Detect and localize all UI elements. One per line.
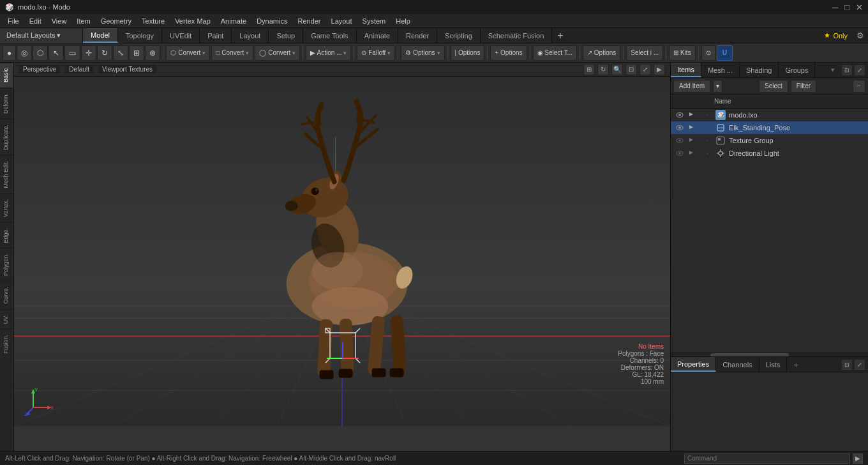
- mesh-tab[interactable]: Mesh ...: [701, 63, 740, 77]
- select-button[interactable]: Select: [759, 80, 788, 93]
- eye-icon-light[interactable]: [673, 149, 686, 158]
- command-go-button[interactable]: ▶: [853, 454, 863, 464]
- command-input[interactable]: [684, 454, 850, 464]
- prop-expand-btn-2[interactable]: ⤢: [854, 359, 865, 370]
- vp-ctrl-grid[interactable]: ⊞: [583, 64, 595, 75]
- add-item-dropdown[interactable]: ▾: [713, 80, 722, 93]
- tab-paint[interactable]: Paint: [200, 28, 232, 43]
- sidebar-tab-edge[interactable]: Edge.: [0, 222, 13, 248]
- viewport-default-label[interactable]: Default: [65, 65, 93, 73]
- options-btn-2[interactable]: | Options: [451, 45, 485, 61]
- sidebar-tab-basic[interactable]: Basic: [0, 63, 13, 88]
- tool-select-vertex[interactable]: ●: [3, 45, 16, 61]
- sidebar-tab-curve[interactable]: Curve.: [0, 281, 13, 309]
- select-i-btn[interactable]: Select i ...: [626, 45, 663, 61]
- add-prop-tab-button[interactable]: +: [789, 360, 802, 370]
- tool-scale[interactable]: ⤡: [113, 45, 128, 61]
- eye-icon-elk[interactable]: [673, 123, 686, 132]
- menu-geometry[interactable]: Geometry: [96, 16, 137, 26]
- viewport-perspective-label[interactable]: Perspective: [19, 65, 60, 73]
- eye-icon-texture[interactable]: [673, 136, 686, 145]
- menu-layout[interactable]: Layout: [326, 16, 357, 26]
- menu-item[interactable]: Item: [71, 16, 95, 26]
- tab-model[interactable]: Model: [83, 28, 118, 43]
- add-item-button[interactable]: Add Item: [673, 80, 710, 93]
- tab-render[interactable]: Render: [398, 28, 437, 43]
- tree-item-root[interactable]: · 🎲 modo.lxo: [671, 109, 868, 121]
- tool-box[interactable]: ▭: [64, 45, 80, 61]
- falloff-btn[interactable]: ⊙ Falloff ▾: [357, 45, 395, 61]
- tool-select-edge[interactable]: ◎: [17, 45, 32, 61]
- panel-tab-arrow[interactable]: ▾: [827, 66, 839, 74]
- titlebar-controls[interactable]: ─ □ ✕: [832, 3, 863, 12]
- tab-game-tools[interactable]: Game Tools: [303, 28, 357, 43]
- kits-btn[interactable]: ⊞ Kits: [669, 45, 695, 61]
- layouts-dropdown[interactable]: Default Layouts ▾: [0, 28, 83, 43]
- tab-uvedit[interactable]: UVEdit: [162, 28, 200, 43]
- menu-help[interactable]: Help: [391, 16, 415, 26]
- sidebar-tab-deform[interactable]: Deform.: [0, 88, 13, 119]
- convert-btn-2[interactable]: □ Convert ▾: [211, 45, 253, 61]
- vp-ctrl-expand[interactable]: ⤢: [640, 64, 651, 75]
- tree-item-light[interactable]: · Directional Light: [671, 147, 868, 160]
- channels-tab[interactable]: Channels: [716, 357, 759, 372]
- lists-tab[interactable]: Lists: [760, 357, 788, 372]
- tab-setup[interactable]: Setup: [269, 28, 303, 43]
- sidebar-tab-mesh-edit[interactable]: Mesh Edit.: [0, 155, 13, 194]
- action-btn[interactable]: ▶ Action ... ▾: [306, 45, 351, 61]
- prop-expand-btn-1[interactable]: ⊡: [841, 359, 853, 370]
- menu-dynamics[interactable]: Dynamics: [251, 16, 292, 26]
- tab-layout[interactable]: Layout: [232, 28, 269, 43]
- close-button[interactable]: ✕: [856, 3, 863, 12]
- tool-unreal[interactable]: U: [717, 45, 733, 61]
- sidebar-tab-fusion[interactable]: Fusion.: [0, 329, 13, 359]
- tool-transform[interactable]: ⊞: [129, 45, 144, 61]
- add-tab-button[interactable]: +: [552, 28, 568, 43]
- menu-vertex-map[interactable]: Vertex Map: [170, 16, 216, 26]
- viewport-textures-label[interactable]: Viewport Textures: [98, 65, 156, 73]
- tree-item-elk[interactable]: · Elk_Standing_Pose: [671, 121, 868, 134]
- groups-tab[interactable]: Groups: [779, 63, 815, 77]
- sidebar-tab-duplicate[interactable]: Duplicate.: [0, 119, 13, 155]
- menu-render[interactable]: Render: [292, 16, 326, 26]
- vp-ctrl-orbit[interactable]: ↻: [597, 64, 609, 75]
- items-toolbar-icon-1[interactable]: −: [853, 80, 865, 93]
- tool-move[interactable]: ✛: [81, 45, 96, 61]
- tool-circle[interactable]: ⊙: [701, 45, 715, 61]
- maximize-button[interactable]: □: [844, 3, 849, 12]
- vp-ctrl-more[interactable]: ▶: [654, 64, 665, 75]
- items-tab[interactable]: Items: [671, 63, 701, 77]
- sidebar-tab-polygon[interactable]: Polygon.: [0, 248, 13, 281]
- options-btn-3[interactable]: + Options: [490, 45, 527, 61]
- vp-ctrl-fit[interactable]: ⊡: [625, 64, 637, 75]
- convert-btn-1[interactable]: ⬡ Convert ▾: [166, 45, 210, 61]
- tool-select-item[interactable]: ↖: [49, 45, 64, 61]
- tab-animate[interactable]: Animate: [357, 28, 398, 43]
- tool-rotate[interactable]: ↻: [97, 45, 112, 61]
- tree-item-texture[interactable]: · Texture Group: [671, 134, 868, 147]
- sidebar-tab-vertex[interactable]: Vertex.: [0, 194, 13, 222]
- properties-tab[interactable]: Properties: [671, 357, 716, 372]
- tool-extra[interactable]: ⊛: [145, 45, 160, 61]
- panel-expand-btn-2[interactable]: ⤢: [854, 65, 865, 76]
- menu-animate[interactable]: Animate: [216, 16, 251, 26]
- options-btn-1[interactable]: ⚙ Options ▾: [401, 45, 444, 61]
- only-button[interactable]: ★ Only: [819, 30, 853, 41]
- convert-btn-3[interactable]: ◯ Convert ▾: [255, 45, 300, 61]
- select-tool-btn[interactable]: ◉ Select T...: [533, 45, 578, 61]
- menu-view[interactable]: View: [47, 16, 72, 26]
- vp-ctrl-zoom[interactable]: 🔍: [611, 64, 623, 75]
- minimize-button[interactable]: ─: [832, 3, 838, 12]
- tab-topology[interactable]: Topology: [118, 28, 162, 43]
- shading-tab[interactable]: Shading: [740, 63, 779, 77]
- sidebar-tab-uv[interactable]: UV.: [0, 309, 13, 329]
- expand-root-icon[interactable]: [687, 111, 700, 119]
- menu-texture[interactable]: Texture: [137, 16, 170, 26]
- tool-select-poly[interactable]: ⬡: [33, 45, 48, 61]
- tab-schematic-fusion[interactable]: Schematic Fusion: [481, 28, 552, 43]
- options-btn-4[interactable]: ↗ Options: [583, 45, 620, 61]
- menu-edit[interactable]: Edit: [24, 16, 47, 26]
- panel-expand-btn-1[interactable]: ⊡: [841, 65, 853, 76]
- settings-button[interactable]: ⚙: [853, 29, 868, 42]
- eye-icon-root[interactable]: [673, 111, 686, 119]
